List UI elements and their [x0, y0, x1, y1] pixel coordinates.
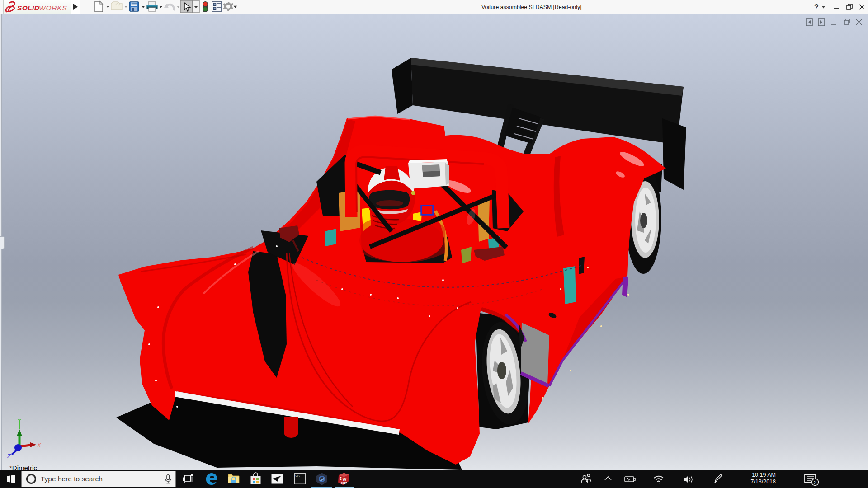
svg-text:WORKS: WORKS — [39, 4, 67, 12]
svg-text:X: X — [37, 442, 42, 449]
svg-text:W: W — [343, 477, 347, 482]
svg-text:C:\_: C:\_ — [296, 474, 302, 478]
svg-text:2017: 2017 — [341, 482, 347, 484]
svg-text:2: 2 — [814, 480, 816, 485]
svg-text:?: ? — [814, 3, 819, 11]
svg-text:S: S — [340, 476, 342, 481]
svg-text:Z: Z — [7, 453, 11, 460]
svg-text:SOLID: SOLID — [17, 4, 39, 12]
